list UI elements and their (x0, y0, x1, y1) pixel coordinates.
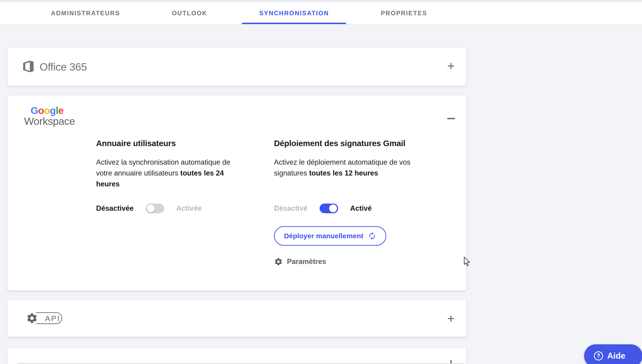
help-button[interactable]: ? Aide (584, 344, 642, 364)
office365-title: Office 365 (40, 61, 87, 73)
google-card-columns: Annuaire utilisateurs Activez la synchro… (8, 139, 466, 266)
directory-off-label: Désactivée (96, 204, 134, 212)
api-card: API + (8, 300, 466, 337)
svg-text:API: API (45, 314, 60, 323)
settings-label: Paramètres (287, 258, 326, 266)
tab-synchronisation[interactable]: SYNCHRONISATION (259, 2, 329, 24)
signatures-section-heading: Déploiement des signatures Gmail (274, 139, 427, 148)
help-button-label: Aide (607, 351, 625, 361)
office365-card: Office 365 + (8, 48, 466, 86)
api-badge: API (25, 311, 64, 326)
signatures-off-label: Désactivé (274, 204, 308, 212)
signatures-description-bold: toutes les 12 heures (309, 169, 378, 177)
signatures-section-description: Activez le déploiement automatique de vo… (274, 157, 427, 178)
gear-icon (274, 257, 283, 266)
expand-office-button[interactable]: + (444, 60, 458, 72)
google-letter: l (56, 105, 58, 116)
directory-section-heading: Annuaire utilisateurs (96, 139, 242, 148)
svg-text:?: ? (596, 352, 600, 359)
toggle-knob (329, 204, 337, 212)
google-letter: g (50, 105, 56, 116)
google-letter: G (30, 105, 38, 116)
minus-icon (447, 118, 455, 119)
signatures-settings-link[interactable]: Paramètres (274, 257, 326, 266)
google-workspace-card: Google Workspace Annuaire utilisateurs A… (8, 96, 466, 290)
google-letter: o (44, 105, 50, 116)
google-workspace-logo: Google Workspace (8, 96, 466, 127)
deploy-button-label: Déployer manuellement (284, 232, 364, 240)
help-question-icon: ? (593, 351, 604, 361)
signatures-section: Déploiement des signatures Gmail Activez… (274, 139, 427, 266)
bottom-divider (17, 363, 464, 364)
directory-on-label: Activée (176, 204, 202, 212)
signatures-toggle-row: Désactivé Activé (274, 204, 427, 213)
collapse-google-button[interactable] (444, 112, 458, 125)
google-letter: o (38, 105, 44, 116)
google-wordmark: Google (24, 105, 466, 116)
sync-refresh-icon (368, 232, 376, 240)
main-content: Office 365 + Google Workspace Annuaire u… (0, 48, 642, 364)
google-letter: e (58, 105, 64, 116)
directory-sync-section: Annuaire utilisateurs Activez la synchro… (96, 139, 242, 266)
tab-administrateurs[interactable]: ADMINISTRATEURS (51, 2, 120, 24)
deploy-manually-button[interactable]: Déployer manuellement (274, 226, 386, 246)
page-top-strip (0, 0, 642, 2)
directory-section-description: Activez la synchronisation automatique d… (96, 157, 242, 190)
expand-api-button[interactable]: + (444, 312, 458, 325)
tab-proprietes[interactable]: PROPRIETES (381, 2, 427, 24)
directory-sync-toggle[interactable] (146, 204, 164, 213)
workspace-wordmark: Workspace (24, 116, 466, 127)
tab-outlook[interactable]: OUTLOOK (172, 2, 207, 24)
tab-bar: ADMINISTRATEURS OUTLOOK SYNCHRONISATION … (0, 2, 642, 24)
office365-icon (23, 61, 34, 73)
signatures-on-label: Activé (350, 204, 372, 212)
signatures-toggle[interactable] (320, 204, 338, 213)
directory-toggle-row: Désactivée Activée (96, 204, 242, 213)
partial-bottom-card (8, 348, 466, 364)
toggle-knob (147, 204, 155, 212)
